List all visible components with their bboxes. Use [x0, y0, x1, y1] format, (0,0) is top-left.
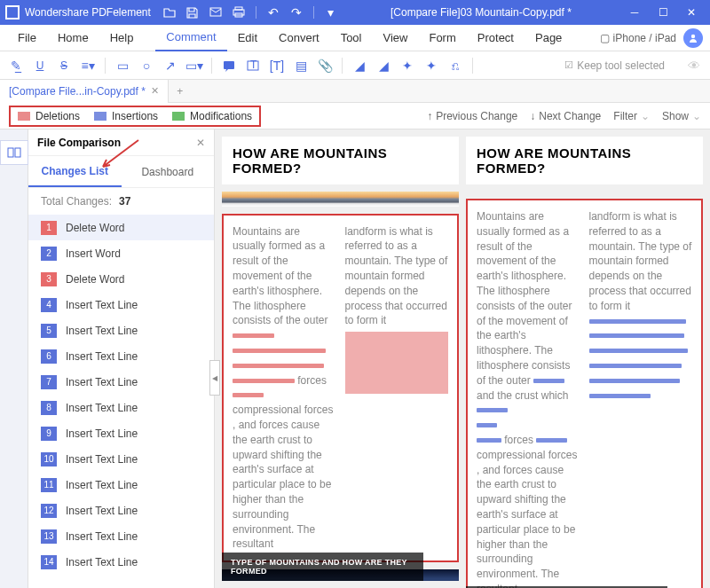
app-logo	[5, 5, 20, 20]
underline-icon[interactable]: U	[29, 55, 51, 76]
document-title: [Compare File]03 Mountain-Copy.pdf *	[341, 6, 621, 19]
menu-view[interactable]: View	[373, 25, 419, 51]
svg-rect-5	[224, 61, 234, 69]
dropdown-icon[interactable]: ▾	[321, 3, 341, 22]
stamp3-icon[interactable]: ⎌	[445, 55, 466, 76]
total-changes: Total Changes:37	[28, 188, 214, 215]
change-label: Insert Text Line	[66, 505, 138, 517]
menu-convert[interactable]: Convert	[268, 25, 330, 51]
prev-change-button[interactable]: ↑ Previous Change	[427, 110, 517, 122]
change-number: 9	[41, 427, 57, 441]
stamp1-icon[interactable]: ✦	[397, 55, 418, 76]
tab-dashboard[interactable]: Dashboard	[122, 156, 215, 187]
change-item[interactable]: 12Insert Text Line	[28, 498, 214, 523]
change-number: 5	[41, 324, 57, 338]
visibility-icon[interactable]: 👁	[683, 55, 705, 76]
typewriter-icon[interactable]: [T]	[266, 55, 288, 76]
add-tab-button[interactable]: +	[169, 85, 192, 98]
attachment-icon[interactable]: 📎	[314, 55, 335, 76]
menu-tool[interactable]: Tool	[330, 25, 373, 51]
mail-icon[interactable]	[206, 3, 225, 22]
titlebar: Wondershare PDFelement ↶ ↷ ▾ [Compare Fi…	[0, 0, 710, 25]
open-icon[interactable]	[160, 3, 179, 22]
more-shapes-icon[interactable]: ▭▾	[184, 55, 205, 76]
change-item[interactable]: 1Delete Word	[28, 215, 214, 240]
change-item[interactable]: 4Insert Text Line	[28, 292, 214, 318]
doc-heading: HOW ARE MOUNTAINS FORMED?	[466, 137, 703, 184]
textbox-icon[interactable]: T	[242, 55, 264, 76]
legend-deletions: Deletions	[18, 110, 80, 122]
menu-help[interactable]: Help	[99, 25, 145, 51]
panel-close-icon[interactable]: ✕	[196, 137, 205, 149]
maximize-button[interactable]: ☐	[650, 0, 676, 25]
callout-icon[interactable]: ▤	[290, 55, 312, 76]
change-number: 10	[41, 452, 57, 466]
document-tab[interactable]: [Compare File...in-Copy.pdf * ✕	[0, 80, 169, 103]
eraser1-icon[interactable]: ◢	[349, 55, 370, 76]
eraser2-icon[interactable]: ◢	[373, 55, 394, 76]
change-item[interactable]: 8Insert Text Line	[28, 395, 214, 420]
undo-icon[interactable]: ↶	[264, 3, 283, 22]
change-number: 12	[41, 504, 57, 518]
iphone-ipad-button[interactable]: ▢ iPhone / iPad	[600, 32, 676, 44]
keep-tool-toggle[interactable]: ☑ Keep tool selected	[564, 59, 665, 72]
filter-dropdown[interactable]: Filter ⌄	[613, 110, 650, 122]
text-block-highlighted: Mountains are usually formed as a result…	[222, 214, 459, 563]
change-label: Insert Text Line	[66, 402, 138, 414]
change-item[interactable]: 11Insert Text Line	[28, 472, 214, 498]
show-dropdown[interactable]: Show ⌄	[662, 110, 701, 122]
user-avatar[interactable]	[683, 28, 703, 48]
svg-rect-8	[8, 148, 13, 157]
circle-shape-icon[interactable]: ○	[136, 55, 157, 76]
quick-access: ↶ ↷ ▾	[160, 3, 341, 22]
change-label: Insert Word	[66, 247, 121, 260]
document-tabs: [Compare File...in-Copy.pdf * ✕ +	[0, 80, 710, 103]
change-label: Insert Text Line	[66, 556, 138, 568]
highlighter-icon[interactable]: ✎̲	[5, 55, 27, 76]
change-item[interactable]: 2Insert Word	[28, 240, 214, 266]
change-item[interactable]: 14Insert Text Line	[28, 549, 214, 575]
change-item[interactable]: 6Insert Text Line	[28, 343, 214, 369]
change-item[interactable]: 3Delete Word	[28, 266, 214, 292]
side-rail	[0, 129, 28, 588]
stamp2-icon[interactable]: ✦	[421, 55, 442, 76]
change-item[interactable]: 9Insert Text Line	[28, 420, 214, 446]
changes-list[interactable]: 1Delete Word2Insert Word3Delete Word4Ins…	[28, 215, 214, 588]
next-change-button[interactable]: ↓ Next Change	[530, 110, 601, 122]
change-item[interactable]: 13Insert Text Line	[28, 523, 214, 549]
change-item[interactable]: 5Insert Text Line	[28, 318, 214, 343]
arrow-shape-icon[interactable]: ↗	[160, 55, 181, 76]
menu-form[interactable]: Form	[418, 25, 466, 51]
menu-home[interactable]: Home	[47, 25, 99, 51]
change-label: Insert Text Line	[66, 453, 138, 466]
change-label: Insert Text Line	[66, 325, 138, 337]
change-item[interactable]: 7Insert Text Line	[28, 369, 214, 395]
compare-panel-icon[interactable]	[0, 140, 28, 165]
note-icon[interactable]	[218, 55, 240, 76]
split-handle[interactable]: ◀	[209, 360, 220, 396]
change-number: 14	[41, 555, 57, 569]
tab-changes-list[interactable]: Changes List	[28, 156, 122, 187]
right-doc: HOW ARE MOUNTAINS FORMED? Mountains are …	[466, 137, 703, 581]
menu-edit[interactable]: Edit	[227, 25, 268, 51]
print-icon[interactable]	[229, 3, 248, 22]
change-item[interactable]: 10Insert Text Line	[28, 446, 214, 472]
strikethrough-icon[interactable]: S	[53, 55, 75, 76]
app-name: Wondershare PDFelement	[25, 6, 151, 19]
menu-comment[interactable]: Comment	[155, 25, 226, 51]
minimize-button[interactable]: ─	[621, 0, 648, 25]
menu-protect[interactable]: Protect	[467, 25, 525, 51]
mountain-image	[222, 192, 459, 207]
legend: Deletions Insertions Modifications	[9, 106, 261, 127]
svg-text:T: T	[250, 60, 257, 71]
change-number: 11	[41, 478, 57, 492]
redo-icon[interactable]: ↷	[287, 3, 306, 22]
menu-file[interactable]: File	[7, 25, 47, 51]
comparison-panel: File Comparison ✕ Changes List Dashboard…	[28, 129, 215, 588]
close-button[interactable]: ✕	[678, 0, 705, 25]
save-icon[interactable]	[183, 3, 202, 22]
rect-shape-icon[interactable]: ▭	[112, 55, 133, 76]
tab-close-icon[interactable]: ✕	[151, 85, 159, 97]
menu-page[interactable]: Page	[525, 25, 572, 51]
list-icon[interactable]: ≡▾	[77, 55, 99, 76]
